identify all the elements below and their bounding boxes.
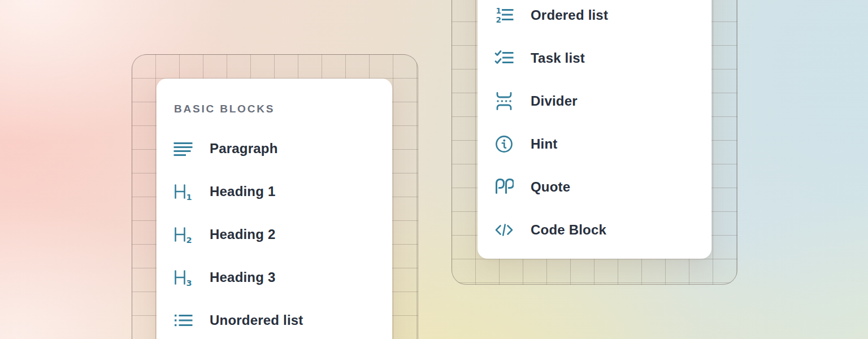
menu-item-quote[interactable]: Quote bbox=[494, 166, 695, 208]
menu-item-label-heading-3: Heading 3 bbox=[210, 270, 276, 285]
menu-item-label-hint: Hint bbox=[531, 136, 557, 152]
menu-item-ordered-list[interactable]: 1 2 Ordered list bbox=[494, 0, 695, 37]
menu-item-label-quote: Quote bbox=[531, 179, 570, 195]
menu-item-label-ordered-list: Ordered list bbox=[531, 7, 608, 23]
menu-item-label-paragraph: Paragraph bbox=[210, 141, 278, 157]
quote-icon bbox=[494, 177, 514, 197]
menu-item-code-block[interactable]: Code Block bbox=[494, 208, 695, 251]
block-menu-basic-blocks: BASIC BLOCKS Paragraph 1 Heading 1 2 Hea… bbox=[157, 79, 392, 339]
svg-text:1: 1 bbox=[496, 6, 501, 15]
menu-item-hint[interactable]: Hint bbox=[494, 123, 695, 166]
menu-item-label-code-block: Code Block bbox=[531, 222, 606, 238]
svg-text:2: 2 bbox=[186, 236, 192, 245]
menu-list-basic-blocks: Paragraph 1 Heading 1 2 Heading 2 3 Head… bbox=[173, 127, 375, 339]
hint-icon bbox=[494, 134, 514, 154]
svg-text:3: 3 bbox=[186, 279, 192, 288]
menu-list-more-blocks: 1 2 Ordered list Task list Divider Hint … bbox=[494, 0, 695, 251]
menu-item-heading-2[interactable]: 2 Heading 2 bbox=[173, 213, 375, 256]
menu-item-label-unordered-list: Unordered list bbox=[210, 312, 303, 328]
divider-icon bbox=[494, 92, 514, 111]
menu-item-label-heading-1: Heading 1 bbox=[210, 184, 276, 199]
menu-item-label-task-list: Task list bbox=[531, 50, 585, 66]
menu-item-task-list[interactable]: Task list bbox=[494, 37, 695, 80]
paragraph-icon bbox=[173, 139, 193, 158]
heading-3-icon: 3 bbox=[173, 268, 193, 287]
code-block-icon bbox=[494, 220, 514, 240]
svg-text:1: 1 bbox=[186, 193, 192, 202]
menu-item-divider[interactable]: Divider bbox=[494, 80, 695, 123]
menu-item-heading-1[interactable]: 1 Heading 1 bbox=[173, 170, 375, 213]
ordered-list-icon: 1 2 bbox=[494, 6, 514, 25]
section-header-basic-blocks: BASIC BLOCKS bbox=[174, 100, 375, 118]
unordered-list-icon bbox=[173, 311, 193, 330]
menu-item-unordered-list[interactable]: Unordered list bbox=[173, 299, 375, 339]
svg-text:2: 2 bbox=[496, 15, 501, 24]
menu-item-heading-3[interactable]: 3 Heading 3 bbox=[173, 256, 375, 299]
block-menu-more-blocks: 1 2 Ordered list Task list Divider Hint … bbox=[478, 0, 711, 259]
heading-2-icon: 2 bbox=[173, 225, 193, 244]
task-list-icon bbox=[494, 49, 514, 68]
menu-item-label-divider: Divider bbox=[531, 93, 578, 109]
menu-item-label-heading-2: Heading 2 bbox=[210, 227, 276, 242]
menu-item-paragraph[interactable]: Paragraph bbox=[173, 127, 375, 170]
heading-1-icon: 1 bbox=[173, 182, 193, 201]
